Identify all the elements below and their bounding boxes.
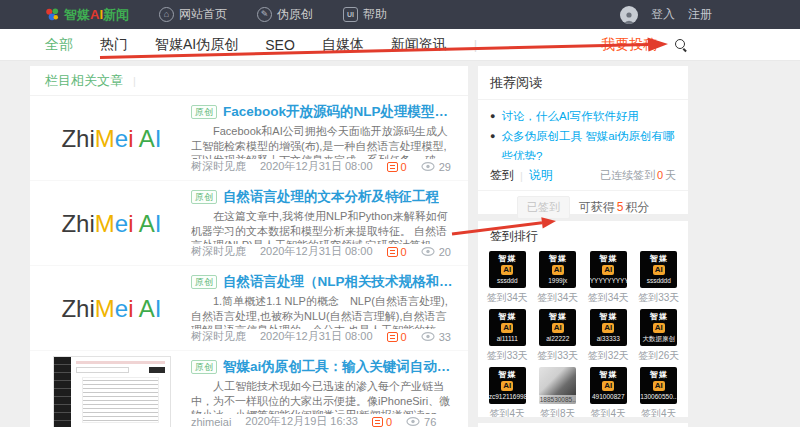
comments-count: 0 [401, 246, 407, 258]
login-link[interactable]: 登入 [651, 6, 675, 23]
article-thumbnail[interactable]: ZhiMei AI [45, 109, 178, 169]
ai-logo-badge: AI [501, 323, 513, 333]
article-title-link[interactable]: 自然语言处理的文本分析及特征工程 [223, 188, 439, 206]
article-title-link[interactable]: Facebook开放源码的NLP处理模型中,能检索文档来... [223, 103, 453, 121]
top-nav-home-label: 网站首页 [179, 6, 227, 23]
site-logo[interactable]: 智媒AI新闻 [45, 6, 129, 24]
ranking-user[interactable]: 智媒AIYYYYYYYYY 签到34天 [583, 251, 634, 305]
recommended-link[interactable]: ●讨论，什么AI写作软件好用 [490, 106, 676, 126]
next-panel-sliver [478, 423, 688, 427]
ranking-user[interactable]: 智媒AI130060550... 签到4天 [634, 367, 685, 417]
article-excerpt: 在这篇文章中,我将使用NLP和Python来解释如何机器学习的文本数据和模型分析… [191, 209, 453, 244]
ai-logo-badge: AI [602, 265, 614, 275]
tab-hot[interactable]: 热门 [100, 36, 128, 54]
ranking-user[interactable]: 智媒AI491000827 签到4天 [583, 367, 634, 417]
article-title-link[interactable]: 自然语言处理（NLP相关技术规格和样例） [223, 273, 453, 291]
ai-logo-badge: AI [501, 265, 513, 275]
article-meta: 树深时见鹿 2020年12月31日 08:00 0 29 [191, 159, 453, 174]
ranking-days: 签到33天 [533, 349, 584, 363]
page: 智媒AI新闻 ⌂ 网站首页 ✎ 伪原创 UI 帮助 [0, 0, 800, 427]
ranking-days: 签到34天 [533, 291, 584, 305]
ai-logo-badge: AI [602, 323, 614, 333]
article-meta: 树深时见鹿 2020年12月31日 08:00 0 20 [191, 244, 453, 259]
tab-all[interactable]: 全部 [45, 36, 73, 54]
signed-in-button[interactable]: 已签到 [517, 196, 570, 219]
user-avatar: 智媒AIai33333 [590, 309, 627, 346]
user-avatar-icon[interactable] [620, 6, 638, 24]
ai-logo-badge: AI [552, 323, 564, 333]
ai-logo-badge: AI [653, 381, 665, 391]
submit-post-link[interactable]: 我要投稿 [601, 36, 657, 54]
top-nav-help[interactable]: UI 帮助 [343, 6, 387, 23]
ranking-days: 签到4天 [634, 407, 685, 417]
zhimei-logo-image: ZhiMei AI [61, 125, 161, 153]
ranking-username: ai11111 [489, 334, 526, 343]
pseudo-original-icon: ✎ [257, 7, 272, 22]
ranking-username: 大数据原创 [640, 334, 677, 343]
top-bar-right: 登入 注册 [620, 6, 712, 24]
signin-panel: 签到 | 说明 已连续签到0天 已签到 可获得5积分 [478, 160, 688, 213]
comments-count: 0 [401, 161, 407, 173]
article-date: 2020年12月31日 08:00 [260, 244, 373, 259]
tab-zhimei-pseudo[interactable]: 智媒AI伪原创 [155, 36, 238, 54]
user-avatar: 智媒AI491000827 [590, 367, 627, 404]
article-excerpt: 人工智能技术现如今已迅速的渗入每个产业链当中，为不一样职位的大家出示便捷。像iP… [191, 379, 453, 414]
ranking-username: 188530085.. [539, 395, 576, 404]
register-link[interactable]: 注册 [688, 6, 712, 23]
tab-seo[interactable]: SEO [265, 37, 295, 53]
top-nav-pseudo-original[interactable]: ✎ 伪原创 [257, 6, 313, 23]
article-excerpt: Facebook和AI公司拥抱今天面临开放源码生成人工智能检索模型的增强(布),… [191, 124, 453, 159]
comments-icon [372, 417, 383, 427]
article-author[interactable]: 树深时见鹿 [191, 244, 246, 259]
article-thumbnail[interactable]: ZhiMei AI [45, 279, 178, 339]
reward-points-count: 5 [615, 200, 626, 214]
views-icon [421, 162, 435, 171]
tab-news[interactable]: 新闻资讯 [391, 36, 447, 54]
signin-help-link[interactable]: 说明 [529, 167, 553, 184]
ranking-user[interactable]: 智媒AI1999jx 签到34天 [533, 251, 584, 305]
ranking-user[interactable]: 智媒AIsssdddd 签到33天 [634, 251, 685, 305]
ai-logo-badge: AI [602, 381, 614, 391]
ranking-days: 签到34天 [482, 291, 533, 305]
search-icon[interactable] [674, 38, 688, 52]
ranking-days: 签到33天 [634, 291, 685, 305]
article-author[interactable]: 树深时见鹿 [191, 159, 246, 174]
ranking-user[interactable]: 智媒AIai33333 签到32天 [583, 309, 634, 363]
ranking-username: 491000827 [590, 392, 627, 401]
signin-ranking-panel: 签到排行 智媒AIsssddd 签到34天 智媒AI1999jx 签到34天 智… [478, 221, 688, 417]
article-author[interactable]: 树深时见鹿 [191, 329, 246, 344]
article-date: 2020年12月31日 08:00 [260, 159, 373, 174]
original-badge: 原创 [191, 105, 217, 119]
article-thumbnail[interactable] [45, 364, 178, 424]
section-header: 栏目相关文章 | [30, 66, 468, 96]
ranking-username: 1999jx [539, 276, 576, 285]
signin-separator: | [520, 170, 523, 182]
ranking-user[interactable]: 智媒AIzc912116998 签到4天 [482, 367, 533, 417]
ai-logo-badge: AI [653, 323, 665, 333]
ranking-username: sssddd [489, 276, 526, 285]
top-nav-home[interactable]: ⌂ 网站首页 [159, 6, 227, 23]
signin-streak: 已连续签到0天 [600, 168, 676, 183]
views-icon [406, 417, 420, 426]
ranking-user[interactable]: 188530085.. 签到8天 [533, 367, 584, 417]
user-avatar: 智媒AI130060550... [640, 367, 677, 404]
article-thumbnail[interactable]: ZhiMei AI [45, 194, 178, 254]
tab-we-media[interactable]: 自媒体 [322, 36, 364, 54]
article-meta: zhimeiai 2020年12月19日 16:33 0 76 [191, 414, 453, 427]
views-count: 20 [439, 246, 451, 258]
article-row: ZhiMei AI 原创 自然语言处理的文本分析及特征工程 在这篇文章中,我将使… [30, 181, 468, 266]
ranking-user[interactable]: 智媒AIsssddd 签到34天 [482, 251, 533, 305]
ranking-user[interactable]: 智媒AI大数据原创 签到26天 [634, 309, 685, 363]
article-title-link[interactable]: 智媒ai伪原创工具：输入关键词自动生成文章 [223, 358, 453, 376]
ai-logo-badge: AI [653, 265, 665, 275]
ranking-grid: 智媒AIsssddd 签到34天 智媒AI1999jx 签到34天 智媒AIYY… [478, 249, 688, 417]
original-badge: 原创 [191, 360, 217, 374]
logo-text: 智媒AI新闻 [64, 6, 129, 24]
ranking-user[interactable]: 智媒AIai22222 签到33天 [533, 309, 584, 363]
article-excerpt: 1.简单概述1.1 NLP的概念 NLP(自然语言处理),自然语言处理,也被称为… [191, 294, 453, 329]
ranking-username: ai22222 [539, 334, 576, 343]
article-author[interactable]: zhimeiai [191, 416, 231, 427]
ranking-user[interactable]: 智媒AIai11111 签到33天 [482, 309, 533, 363]
views-icon [421, 247, 435, 256]
top-bar: 智媒AI新闻 ⌂ 网站首页 ✎ 伪原创 UI 帮助 [0, 0, 800, 29]
